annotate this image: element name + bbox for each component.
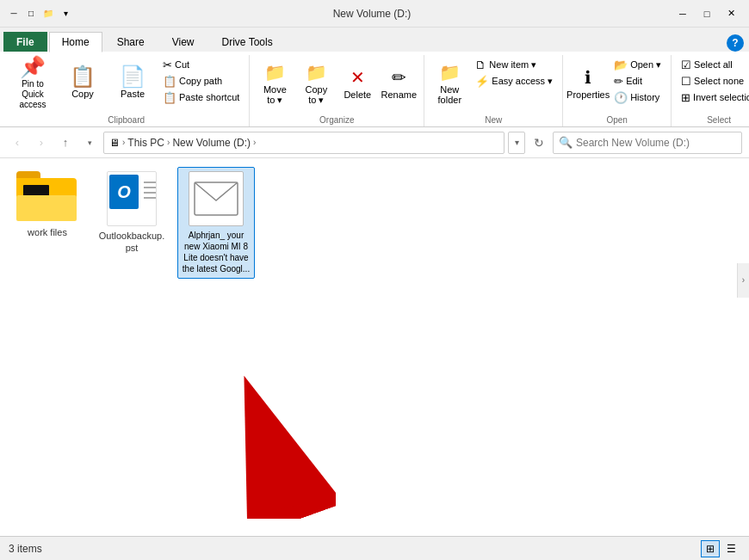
cut-button[interactable]: ✂ Cut — [158, 57, 244, 72]
edit-label: Edit — [626, 76, 642, 86]
select-all-label: Select all — [694, 59, 733, 70]
tab-home[interactable]: Home — [49, 32, 102, 52]
email-label: Alphrjan_ your new Xiaomi MI 8 Lite does… — [182, 230, 251, 274]
new-item-label: New item ▾ — [489, 59, 536, 71]
new-item-button[interactable]: 🗋 New item ▾ — [471, 57, 557, 72]
copy-path-icon: 📋 — [163, 75, 176, 88]
minimize-button[interactable]: ─ — [672, 5, 694, 22]
quick-access-icon: ▾ — [59, 7, 72, 21]
search-bar[interactable]: 🔍 — [553, 132, 742, 154]
scroll-right-button[interactable]: › — [737, 263, 749, 298]
ribbon-tabs: File Home Share View Drive Tools ? — [0, 28, 749, 52]
back-button[interactable]: ‹ — [7, 132, 28, 153]
select-all-icon: ☑ — [681, 58, 691, 71]
pin-to-quick-access-button[interactable]: 📌 Pin to Quick access — [9, 57, 57, 110]
tab-view[interactable]: View — [159, 32, 207, 52]
select-none-button[interactable]: ☐ Select none — [677, 73, 749, 89]
invert-selection-button[interactable]: ⊞ Invert selection — [677, 89, 749, 105]
open-label: Open ▾ — [630, 59, 661, 71]
copy-to-button[interactable]: 📁 Copyto ▾ — [296, 57, 336, 110]
window-title: New Volume (D:) — [72, 8, 672, 20]
paste-shortcut-button[interactable]: 📋 Paste shortcut — [158, 89, 244, 105]
edit-icon: ✏ — [614, 75, 623, 88]
search-icon: 🔍 — [559, 136, 573, 149]
search-input[interactable] — [576, 137, 736, 149]
new-folder-button[interactable]: 📁 Newfolder — [430, 57, 469, 110]
select-buttons: ☑ Select all ☐ Select none ⊞ Invert sele… — [677, 57, 749, 105]
clipboard-group: 📌 Pin to Quick access 📋 Copy 📄 Paste ✂ C… — [3, 55, 250, 126]
list-view-button[interactable]: ☰ — [721, 540, 740, 557]
pin-icon: 📌 — [20, 57, 46, 77]
easy-access-label: Easy access ▾ — [492, 76, 553, 87]
new-small-buttons: 🗋 New item ▾ ⚡ Easy access ▾ — [471, 57, 557, 89]
paste-shortcut-icon: 📋 — [163, 91, 176, 104]
window-icons: ─ □ 📁 ▾ — [7, 7, 72, 21]
folder-icon — [16, 171, 78, 223]
organize-group: 📁 Moveto ▾ 📁 Copyto ▾ ✕ Delete ✏ Rename … — [250, 55, 424, 126]
open-group-content: ℹ Properties 📂 Open ▾ ✏ Edit 🕐 History — [568, 55, 665, 115]
move-to-button[interactable]: 📁 Moveto ▾ — [255, 57, 294, 110]
maximize-button[interactable]: □ — [696, 5, 718, 22]
cut-label: Cut — [175, 59, 189, 70]
new-label: New — [430, 115, 557, 126]
copy-icon: 📋 — [70, 66, 96, 87]
recent-locations-button[interactable]: ▾ — [79, 132, 100, 153]
drive-crumb[interactable]: New Volume (D:) — [172, 137, 251, 149]
delete-button[interactable]: ✕ Delete — [337, 57, 377, 110]
copy-path-button[interactable]: 📋 Copy path — [158, 73, 244, 89]
open-button[interactable]: 📂 Open ▾ — [610, 57, 665, 72]
easy-access-button[interactable]: ⚡ Easy access ▾ — [471, 73, 557, 89]
clipboard-label: Clipboard — [9, 115, 244, 126]
envelope-svg — [194, 182, 238, 216]
tab-share[interactable]: Share — [104, 32, 158, 52]
ribbon: 📌 Pin to Quick access 📋 Copy 📄 Paste ✂ C… — [0, 52, 749, 127]
move-label: Moveto ▾ — [263, 84, 287, 106]
tab-drive-tools[interactable]: Drive Tools — [209, 32, 286, 52]
file-item[interactable]: work files — [9, 167, 86, 279]
window-icon-restore: □ — [24, 7, 38, 21]
forward-button[interactable]: › — [31, 132, 52, 153]
outlook-file-label: Outlookbackup.pst — [97, 230, 166, 255]
address-bar: ‹ › ↑ ▾ 🖥 › This PC › New Volume (D:) › … — [0, 127, 749, 158]
organize-group-content: 📁 Moveto ▾ 📁 Copyto ▾ ✕ Delete ✏ Rename — [255, 55, 418, 115]
main-content: work files O Outlookbackup.pst — [0, 158, 749, 536]
clipboard-small-buttons: ✂ Cut 📋 Copy path 📋 Paste shortcut — [158, 57, 244, 105]
work-files-label: work files — [28, 226, 67, 238]
select-none-icon: ☐ — [681, 75, 691, 88]
title-bar: ─ □ 📁 ▾ New Volume (D:) ─ □ ✕ — [0, 0, 749, 28]
close-button[interactable]: ✕ — [720, 5, 742, 22]
copy-button[interactable]: 📋 Copy — [59, 57, 107, 110]
pin-label: Pin to Quick access — [11, 79, 54, 110]
breadcrumb-dropdown[interactable]: ▾ — [508, 132, 525, 154]
tab-file[interactable]: File — [3, 32, 47, 52]
edit-button[interactable]: ✏ Edit — [610, 73, 665, 89]
rename-label: Rename — [381, 89, 418, 100]
history-icon: 🕐 — [614, 91, 628, 104]
open-small-buttons: 📂 Open ▾ ✏ Edit 🕐 History — [610, 57, 665, 105]
breadcrumb-bar[interactable]: 🖥 › This PC › New Volume (D:) › — [103, 132, 504, 154]
select-all-button[interactable]: ☑ Select all — [677, 57, 749, 72]
new-folder-label: Newfolder — [438, 84, 462, 105]
copy-to-label: Copyto ▾ — [305, 84, 327, 106]
help-button[interactable]: ? — [727, 34, 744, 52]
delete-icon: ✕ — [350, 67, 365, 88]
select-group-content: ☑ Select all ☐ Select none ⊞ Invert sele… — [677, 55, 749, 115]
open-icon: 📂 — [614, 58, 628, 71]
move-icon: 📁 — [264, 62, 286, 83]
properties-button[interactable]: ℹ Properties — [568, 57, 608, 110]
up-button[interactable]: ↑ — [55, 132, 76, 153]
rename-button[interactable]: ✏ Rename — [379, 57, 418, 110]
open-group: ℹ Properties 📂 Open ▾ ✏ Edit 🕐 History O… — [563, 55, 672, 126]
file-item[interactable]: O Outlookbackup.pst — [93, 167, 170, 279]
clipboard-group-content: 📌 Pin to Quick access 📋 Copy 📄 Paste ✂ C… — [9, 55, 244, 115]
paste-shortcut-label: Paste shortcut — [179, 92, 239, 102]
this-pc-crumb[interactable]: This PC — [127, 137, 164, 149]
file-item[interactable]: Alphrjan_ your new Xiaomi MI 8 Lite does… — [177, 167, 255, 279]
invert-label: Invert selection — [693, 92, 749, 102]
history-button[interactable]: 🕐 History — [610, 89, 665, 105]
refresh-button[interactable]: ↻ — [529, 132, 549, 153]
paste-button[interactable]: 📄 Paste — [108, 57, 157, 110]
window-controls[interactable]: ─ □ ✕ — [672, 5, 742, 22]
grid-view-button[interactable]: ⊞ — [701, 540, 720, 557]
view-buttons: ⊞ ☰ — [701, 540, 740, 557]
